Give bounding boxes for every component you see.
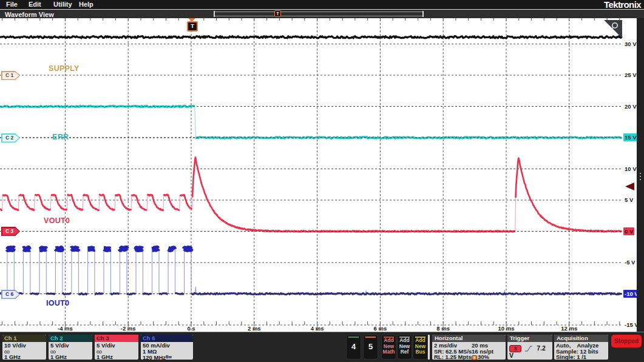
horizontal-value: T30% — [472, 354, 489, 360]
x-axis-label: 4 ms — [304, 325, 331, 332]
vertical-scrollbar[interactable] — [637, 18, 644, 332]
channel-card-header: Ch 2 — [49, 335, 92, 342]
trace-vout0 — [83, 195, 99, 210]
y-axis-label: 30 V — [623, 40, 638, 48]
menu-utility[interactable]: Utility — [53, 1, 72, 8]
tab-waveform-view[interactable]: Waveform View — [5, 11, 54, 18]
channel-card-ch6[interactable]: Ch 650 mA/div1 MΩ120 MHzBᴡ — [141, 335, 193, 360]
channel-button-label: 5 — [364, 342, 378, 351]
run-stop-status-button[interactable]: Stopped — [611, 335, 642, 347]
trace-iout0-low — [78, 293, 87, 295]
x-axis-label: 0 s — [178, 325, 205, 332]
x-axis-label: 2 ms — [241, 325, 268, 332]
trigger-position-pct: 30% — [478, 354, 489, 360]
trace-vout0 — [0, 209, 2, 210]
trace-vout0 — [132, 195, 147, 210]
trace-supply — [0, 36, 622, 38]
channel-bandwidth-value: 120 MHzBᴡ — [143, 354, 191, 360]
trace-iout0-high — [185, 248, 191, 250]
probe-ring-icon — [99, 350, 102, 354]
x-axis-label: 6 ms — [367, 325, 393, 332]
channel-badge-label: C 6 — [2, 290, 17, 299]
horizontal-panel[interactable]: Horizontal 2 ms/div20 msSR: 62.5 MS/s16 … — [432, 335, 506, 360]
trace-iout0-high — [72, 248, 78, 249]
magnifier-handle-icon — [610, 28, 613, 32]
trace-vout0 — [147, 195, 163, 210]
channel-bandwidth-value: 1 GHz — [4, 354, 44, 360]
trigger-position-icon: T — [472, 355, 477, 360]
channel-color-line — [348, 337, 359, 338]
trace-iout0-high — [136, 248, 142, 249]
trace-vout0 — [180, 195, 192, 209]
add-new-ref-button[interactable]: AddNewRef — [397, 335, 412, 360]
channel-card-body: 50 mA/div1 MΩ120 MHzBᴡ — [141, 342, 193, 360]
x-axis-label: -4 ms — [52, 325, 78, 332]
channel-card-header: Ch 6 — [141, 335, 193, 342]
channel-label-err: ERR — [52, 133, 69, 141]
menu-bar: Tektronix FileEditUtilityHelp — [0, 0, 644, 9]
trace-vout0 — [19, 195, 34, 210]
channel-card-body: 10 V/div1 GHz — [2, 342, 46, 360]
record-overview-minimap[interactable]: T — [214, 12, 424, 16]
oscilloscope-screen: Tektronix FileEditUtilityHelp Waveform V… — [0, 0, 644, 362]
minimap-trigger-icon[interactable]: T — [274, 10, 281, 17]
trigger-panel-title: Trigger — [507, 335, 552, 342]
channel-card-header: Ch 1 — [2, 335, 46, 342]
trace-err-edge — [0, 106, 622, 138]
trace-iout0-high — [23, 248, 30, 250]
trace-vout0 — [51, 195, 67, 210]
y-axis-label: -5 V — [623, 258, 636, 266]
horizontal-value: RL: 1.25 Mpts — [434, 354, 472, 360]
y-axis-label: 10 V — [623, 165, 638, 173]
tab-bar: Waveform View T — [0, 9, 644, 18]
channel-badge-label: C 3 — [2, 227, 17, 236]
channel-color-line — [365, 337, 376, 338]
channel-button-5[interactable]: 5 — [363, 335, 378, 360]
trigger-panel[interactable]: Trigger 3 7.2 V — [507, 335, 552, 360]
add-new-bus-button[interactable]: AddNewBus — [413, 335, 428, 360]
channel-label-supply: SUPPLY — [49, 64, 80, 73]
trace-iout0-high — [168, 249, 174, 250]
channel-bandwidth-value: 1 GHz — [97, 354, 137, 360]
trace-vout0 — [100, 195, 115, 210]
channel-badge-label: C 1 — [2, 71, 17, 80]
channel-scale-value: 5 V/div — [50, 343, 90, 349]
trace-iout0-high — [104, 249, 110, 250]
trace-vout0 — [2, 195, 18, 210]
horizontal-panel-title: Horizontal — [432, 335, 506, 342]
add-new-math-button[interactable]: AddNewMath — [381, 335, 396, 360]
channel-card-ch3[interactable]: Ch 35 V/div1 GHz — [95, 335, 138, 360]
channel-button-4[interactable]: 4 — [346, 335, 361, 360]
add-button-label: Math — [382, 349, 396, 355]
channel-scale-value: 5 V/div — [97, 343, 137, 349]
probe-ring-icon — [53, 350, 56, 354]
horizontal-row: RL: 1.25 MptsT30% — [434, 354, 504, 360]
channel-button-label: 4 — [347, 342, 361, 351]
x-axis-label: 12 ms — [556, 325, 583, 332]
add-button-label: Ref — [398, 349, 412, 355]
channel-card-body: 5 V/div1 GHz — [49, 342, 92, 360]
scrollbar-grip-dot — [640, 173, 641, 174]
menu-edit[interactable]: Edit — [29, 1, 41, 8]
trace-iout0-high — [152, 248, 158, 250]
trace-vout0 — [164, 195, 180, 210]
channel-card-ch1[interactable]: Ch 110 V/div1 GHz — [2, 335, 46, 360]
trace-iout0-high — [88, 249, 95, 249]
menu-file[interactable]: File — [6, 1, 18, 8]
channel-impedance-value: 1 MΩ — [143, 349, 191, 355]
waveform-plot[interactable] — [0, 18, 623, 332]
y-axis-label: 0 V — [623, 227, 634, 235]
scrollbar-grip-dot — [640, 179, 641, 180]
trigger-position-marker[interactable]: T — [187, 18, 197, 32]
trace-iout0-high — [39, 248, 46, 249]
channel-card-header: Ch 3 — [95, 335, 138, 342]
trace-iout0-high — [55, 248, 62, 250]
y-axis-label: 25 V — [623, 71, 638, 79]
trace-vout0 — [35, 195, 50, 210]
trace-iout0-edge — [0, 249, 622, 293]
acquisition-panel[interactable]: Acquisition Auto, AnalyzeSample: 12 bits… — [554, 335, 608, 360]
bandwidth-limit-icon: Bᴡ — [166, 355, 172, 359]
x-axis-label: -2 ms — [115, 325, 141, 332]
menu-help[interactable]: Help — [79, 1, 93, 8]
channel-card-ch2[interactable]: Ch 25 V/div1 GHz — [49, 335, 92, 360]
